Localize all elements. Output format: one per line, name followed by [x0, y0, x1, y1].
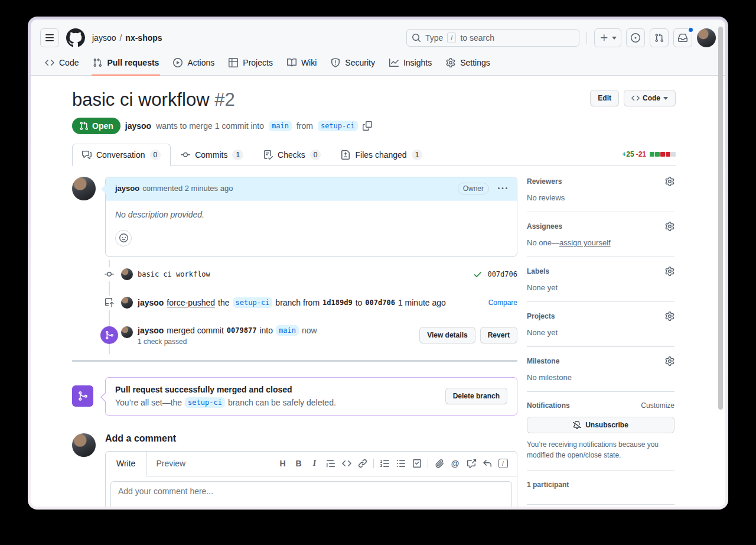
- head-branch-label[interactable]: setup-ci: [233, 297, 273, 308]
- github-logo-icon[interactable]: [66, 28, 85, 47]
- head-branch-label[interactable]: setup-ci: [185, 397, 225, 408]
- quote-icon[interactable]: [322, 455, 338, 472]
- italic-icon[interactable]: I: [307, 455, 322, 472]
- paperclip-icon[interactable]: [431, 455, 447, 472]
- create-new-button[interactable]: [594, 28, 621, 47]
- gear-icon[interactable]: [665, 312, 674, 321]
- event-text: into: [259, 326, 273, 335]
- nav-tab-label: Settings: [460, 58, 490, 67]
- comment-author-avatar[interactable]: [72, 177, 96, 200]
- search-input[interactable]: Type / to search: [406, 29, 579, 47]
- tab-checks[interactable]: Checks0: [253, 144, 331, 166]
- assign-yourself-link[interactable]: assign yourself: [559, 238, 611, 247]
- pull-requests-button[interactable]: [650, 28, 669, 47]
- bold-icon[interactable]: B: [291, 455, 307, 472]
- edit-button[interactable]: Edit: [590, 90, 619, 106]
- view-details-button[interactable]: View details: [419, 327, 475, 343]
- task-list-icon[interactable]: [409, 455, 425, 472]
- search-placeholder-suffix: to search: [460, 33, 494, 43]
- heading-icon[interactable]: H: [275, 455, 291, 472]
- merged-banner-text: branch can be safely deleted.: [228, 398, 336, 407]
- comment-textarea[interactable]: [110, 481, 512, 507]
- pr-description-comment: jaysoo commented 2 minutes ago Owner No …: [105, 177, 517, 257]
- gear-icon[interactable]: [665, 222, 674, 231]
- gear-icon[interactable]: [665, 177, 674, 186]
- nav-tab-code[interactable]: Code: [40, 50, 83, 75]
- merged-banner-text: You’re all set—the: [115, 398, 182, 407]
- cross-reference-icon[interactable]: [463, 455, 479, 472]
- code-icon[interactable]: [338, 455, 354, 472]
- commit-message-link[interactable]: basic ci workflow: [138, 270, 210, 278]
- global-menu-button[interactable]: [40, 28, 59, 47]
- delete-branch-button[interactable]: Delete branch: [445, 388, 507, 404]
- compare-link[interactable]: Compare: [488, 299, 517, 307]
- milestone-value: No milestone: [527, 373, 674, 382]
- from-sha[interactable]: 1d189d9: [322, 299, 353, 307]
- revert-button[interactable]: Revert: [480, 327, 517, 343]
- nav-tab-insights[interactable]: Insights: [384, 50, 436, 75]
- link-icon[interactable]: [354, 455, 370, 472]
- commit-sha-link[interactable]: 007d706: [487, 270, 517, 278]
- timeline-commit-row: basic ci workflow 007d706: [72, 260, 517, 288]
- caret-down-icon: [612, 37, 617, 40]
- base-branch-label[interactable]: main: [269, 121, 292, 131]
- commit-author-avatar[interactable]: [121, 268, 133, 280]
- to-sha[interactable]: 007d706: [365, 299, 395, 307]
- unordered-list-icon[interactable]: [393, 455, 409, 472]
- preview-tab[interactable]: Preview: [146, 459, 195, 468]
- gear-icon[interactable]: [665, 267, 674, 276]
- sidebar-notifications: NotificationsCustomize Unsubscribe You’r…: [527, 401, 674, 471]
- add-comment-section: Add a comment Write Preview H B I: [72, 433, 517, 507]
- event-actor[interactable]: jaysoo: [138, 326, 164, 335]
- pr-status-text: wants to merge 1 commit into: [156, 121, 264, 131]
- nav-tab-pull-requests[interactable]: Pull requests: [88, 50, 164, 75]
- projects-value: None yet: [527, 328, 674, 337]
- event-actor[interactable]: jaysoo: [138, 298, 164, 307]
- search-placeholder-prefix: Type: [425, 33, 443, 43]
- check-icon: [473, 270, 483, 279]
- tab-files-changed[interactable]: Files changed1: [331, 144, 432, 166]
- add-reaction-button[interactable]: [115, 230, 132, 246]
- event-actor-avatar[interactable]: [121, 297, 133, 309]
- section-title: Notifications: [527, 401, 570, 410]
- nav-tab-wiki[interactable]: Wiki: [282, 50, 321, 75]
- nav-tab-actions[interactable]: Actions: [168, 50, 219, 75]
- breadcrumb-repo[interactable]: nx-shops: [125, 33, 162, 43]
- comment-author[interactable]: jaysoo: [115, 184, 139, 193]
- user-avatar[interactable]: [697, 28, 716, 47]
- kebab-menu-icon[interactable]: [498, 184, 507, 193]
- breadcrumb-separator: /: [119, 33, 122, 43]
- vertical-scrollbar[interactable]: [718, 27, 723, 410]
- ordered-list-icon[interactable]: [377, 455, 393, 472]
- issues-button[interactable]: [626, 28, 645, 47]
- check-passed-note[interactable]: 1 check passed: [138, 338, 317, 346]
- gear-icon[interactable]: [665, 356, 674, 366]
- merged-sha[interactable]: 0079877: [227, 326, 257, 335]
- shield-icon: [331, 58, 340, 67]
- breadcrumb-owner[interactable]: jaysoo: [92, 33, 116, 43]
- nav-tab-settings[interactable]: Settings: [441, 50, 495, 75]
- head-branch-label[interactable]: setup-ci: [318, 121, 358, 131]
- code-dropdown-button[interactable]: Code: [624, 90, 676, 106]
- slash-command-icon[interactable]: /: [495, 455, 511, 472]
- search-slash-key: /: [447, 33, 456, 43]
- pr-status-author[interactable]: jaysoo: [125, 121, 151, 131]
- mention-icon[interactable]: @: [447, 455, 463, 472]
- tab-commits[interactable]: Commits1: [171, 144, 253, 166]
- event-text: merged commit: [167, 326, 223, 335]
- tab-conversation[interactable]: Conversation0: [72, 144, 171, 166]
- base-branch-label[interactable]: main: [276, 325, 299, 336]
- pr-number: #2: [214, 89, 234, 110]
- inbox-button[interactable]: [673, 28, 692, 47]
- customize-link[interactable]: Customize: [641, 401, 674, 410]
- nav-tab-security[interactable]: Security: [326, 50, 380, 75]
- reply-icon[interactable]: [479, 455, 495, 472]
- force-pushed-link[interactable]: force-pushed: [167, 298, 215, 307]
- copy-branch-icon[interactable]: [363, 121, 372, 131]
- unsubscribe-button[interactable]: Unsubscribe: [527, 417, 674, 433]
- code-icon: [45, 58, 54, 67]
- write-tab[interactable]: Write: [106, 452, 146, 476]
- event-actor-avatar[interactable]: [121, 326, 133, 338]
- site-header: jaysoo / nx-shops Type / to search: [31, 20, 725, 76]
- nav-tab-projects[interactable]: Projects: [224, 50, 278, 75]
